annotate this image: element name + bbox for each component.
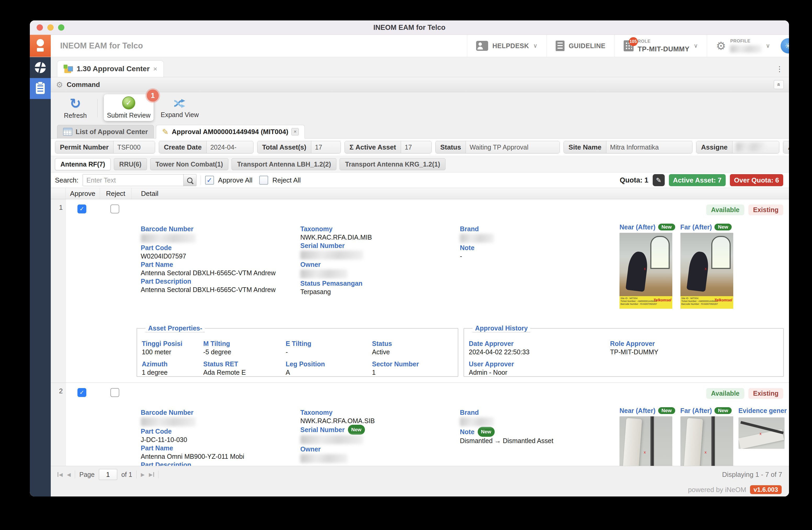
role-label: ROLE <box>638 39 690 44</box>
photo-item: Near (After) New x Site ID : MIT004 Tick… <box>620 221 675 309</box>
overflow-menu-icon[interactable]: ⋮ <box>776 65 789 77</box>
filter-chip: Status Waiting TP Approval <box>435 141 560 153</box>
over-quota-badge: Over Quota: 6 <box>730 174 783 186</box>
category-tab[interactable]: Antenna RF(7) <box>55 158 111 170</box>
property-label: Status <box>372 339 458 348</box>
collapse-toolbar-button[interactable]: « <box>774 80 784 89</box>
sidebar-item-dashboard[interactable] <box>30 57 51 78</box>
submit-review-button[interactable]: 1 ✓ Submit Review <box>104 94 154 121</box>
property-value: 1 degree <box>142 368 203 376</box>
chevron-down-icon: ∨ <box>694 42 698 49</box>
field-label: Taxonomy <box>300 224 452 233</box>
edit-quota-button[interactable]: ✎ <box>653 174 665 186</box>
redacted-value <box>300 251 363 260</box>
search-button[interactable] <box>183 175 196 186</box>
approve-checkbox[interactable] <box>77 388 86 397</box>
reject-checkbox[interactable] <box>111 205 119 213</box>
asset-properties-fieldset: Asset Properties- Tinggi Posisi 100 mete… <box>136 324 458 377</box>
refresh-button[interactable]: ↻ Refresh <box>54 92 96 124</box>
photo-item: Far (After) New x Site ID : MIT004 Ticke… <box>680 221 733 309</box>
history-value: TP-MIT-DUMMY <box>610 348 783 356</box>
column-reject: Reject <box>100 188 132 199</box>
field-label: Note <box>460 243 612 252</box>
marker-x-icon: x <box>705 450 707 454</box>
photo-label: Far (After) <box>680 407 712 415</box>
category-tab[interactable]: Transport Antenna KRG_1.2(1) <box>339 158 446 170</box>
row-number: 1 <box>52 204 63 212</box>
field-value: Dismantled → Dismantled Asset <box>460 437 612 445</box>
tab-list-of-approval-center[interactable]: List of Appoval Center <box>57 125 154 138</box>
evidence-photo[interactable]: x Site ID : MIT004 Ticket Number : AM000… <box>620 233 672 309</box>
property-value: A <box>286 368 372 376</box>
app-title: INEOM EAM for Telco <box>51 35 467 57</box>
property-label: E Tilting <box>286 339 372 348</box>
guideline-menu[interactable]: GUIDELINE <box>547 35 614 57</box>
role-menu[interactable]: 105 ROLE TP-MIT-DUMMY ∨ <box>614 35 707 57</box>
new-badge: New <box>658 224 675 231</box>
property-value: - <box>286 348 372 356</box>
tab-approval-detail[interactable]: ✎ Approval AM000001449494 (MIT004) × <box>156 125 305 139</box>
app-window: INEOM EAM for Telco INEOM EAM for Telco … <box>30 20 789 497</box>
detail-column: Barcode Number Part Code J-DC-11-10-030 … <box>141 408 292 466</box>
redacted-value <box>460 234 494 243</box>
close-tab-button[interactable]: × <box>291 128 299 135</box>
profile-menu[interactable]: ⚙ PROFILE ∨ <box>707 35 779 57</box>
gear-icon: ⚙ <box>56 80 63 89</box>
filter-label: Assigne <box>696 141 733 153</box>
tab-approval-center[interactable]: 1.30 Approval Center × <box>57 60 164 77</box>
sidebar-item-approval[interactable] <box>30 78 51 99</box>
field-value: Antenna Omni MB900-YZ-011 Mobi <box>141 452 292 460</box>
submit-review-label: Submit Review <box>107 112 151 119</box>
field-value: Terpasang <box>300 288 452 296</box>
column-approve: Approve <box>66 188 100 199</box>
field-label: Barcode Number <box>141 224 292 233</box>
list-tab-label: List of Appoval Center <box>76 128 148 136</box>
approve-all-checkbox[interactable] <box>205 176 214 185</box>
divider <box>75 471 75 478</box>
category-tab[interactable]: Transport Antenna LBH_1.2(2) <box>232 158 336 170</box>
expand-view-button[interactable]: Expand View <box>159 92 201 124</box>
evidence-photo[interactable]: x <box>739 417 784 449</box>
history-value: 2024-04-02 22:50:33 <box>469 348 610 356</box>
evidence-photo[interactable]: x Site ID : MIT004 Ticket Number : AM000… <box>680 233 733 309</box>
reject-checkbox[interactable] <box>111 388 119 397</box>
detail-column: Barcode Number Part Code W0204ID07597 Pa… <box>141 224 292 294</box>
app-switcher-icon[interactable]: ✳ <box>781 38 789 53</box>
profile-name-redacted <box>730 45 762 53</box>
field-label: Status Pemasangan <box>300 279 452 288</box>
next-page-button[interactable]: ▶ <box>141 472 145 478</box>
filter-chip: Total Asset(s) 17 <box>257 141 341 153</box>
window-titlebar: INEOM EAM for Telco <box>30 20 789 35</box>
approve-checkbox[interactable] <box>77 205 86 213</box>
existing-badge: Existing <box>749 205 783 215</box>
reject-all-checkbox[interactable] <box>259 176 268 185</box>
field-label: Part Name <box>141 260 292 269</box>
detail-column: Taxonomy NWK.RAC.RFA.OMA.SIB Serial Numb… <box>300 408 452 463</box>
search-input[interactable] <box>83 175 183 186</box>
helpdesk-menu[interactable]: HELPDESK ∨ <box>467 35 547 57</box>
shuffle-arrows-icon <box>173 98 186 109</box>
approval-grid: 1 Available Existing Barcode Number Part… <box>51 199 789 466</box>
filter-chip: Assigne <box>696 141 779 153</box>
evidence-photo[interactable]: x <box>680 416 733 466</box>
page-number-input[interactable]: 1 <box>99 469 117 480</box>
first-page-button[interactable]: ◀ <box>58 472 63 478</box>
photo-caption: Site ID : MIT004 Ticket Number : AM00000… <box>680 296 733 309</box>
category-tab[interactable]: Tower Non Combat(1) <box>150 158 229 170</box>
filter-value: 2024-04- <box>207 141 253 153</box>
evidence-photo[interactable]: x <box>620 416 672 466</box>
redacted-value <box>300 435 363 444</box>
field-label: Brand <box>460 224 612 233</box>
redacted-value <box>300 454 347 463</box>
previous-page-button[interactable]: ◀ <box>67 472 71 478</box>
refresh-icon: ↻ <box>70 97 81 110</box>
photo-item: Evidence gener x <box>739 405 787 449</box>
last-page-button[interactable]: ▶ <box>149 472 154 478</box>
approval-history-fieldset: Approval History Date Approver 2024-04-0… <box>464 324 784 377</box>
close-tab-icon[interactable]: × <box>153 65 157 73</box>
field-label: Serial Number <box>300 425 345 434</box>
property-item: Status Active <box>372 339 458 356</box>
filter-label: Σ Active Asset <box>345 141 401 153</box>
approval-history-legend: Approval History <box>473 324 530 332</box>
category-tab[interactable]: RRU(6) <box>114 158 147 170</box>
